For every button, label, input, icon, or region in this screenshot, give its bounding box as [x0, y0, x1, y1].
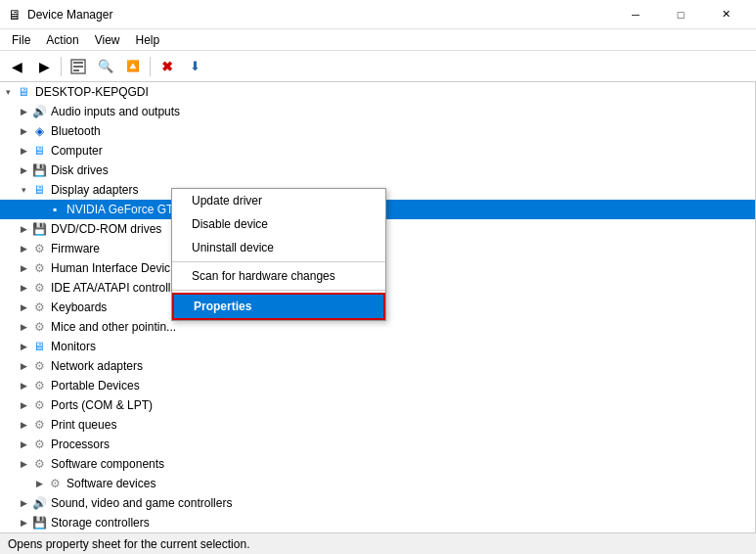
tree-arrow-network[interactable]: ▶ — [16, 356, 31, 376]
tree-item-label-storage: Storage controllers — [51, 516, 150, 530]
title-bar: 🖥 Device Manager ─ □ ✕ — [0, 0, 756, 29]
close-button[interactable]: ✕ — [703, 0, 748, 29]
tree-arrow-nvidia[interactable] — [31, 200, 47, 219]
tree-arrow-monitors[interactable]: ▶ — [16, 337, 31, 356]
tree-arrow-storage[interactable]: ▶ — [16, 513, 31, 532]
title-text: Device Manager — [27, 8, 112, 22]
tree-item-root[interactable]: ▾🖥DESKTOP-KEPQGDI — [0, 82, 755, 102]
audio-icon: 🔊 — [31, 104, 47, 119]
tree-arrow-hid[interactable]: ▶ — [16, 258, 31, 278]
minimize-button[interactable]: ─ — [613, 0, 658, 29]
status-bar: Opens property sheet for the current sel… — [0, 532, 756, 554]
tree-item-label-bluetooth: Bluetooth — [51, 124, 101, 138]
tree-item-portable[interactable]: ▶⚙Portable Devices — [0, 376, 755, 395]
tree-item-label-portable: Portable Devices — [51, 379, 140, 392]
gpu-icon: ▪ — [47, 202, 63, 217]
tree-item-label-mice: Mice and other pointin... — [51, 320, 176, 334]
toolbar-separator-2 — [150, 57, 151, 76]
tree-item-diskdrives[interactable]: ▶💾Disk drives — [0, 161, 755, 180]
disk-icon: 💾 — [31, 515, 47, 531]
tree-item-audio[interactable]: ▶🔊Audio inputs and outputs — [0, 102, 755, 121]
svg-rect-2 — [73, 66, 83, 68]
generic-icon: ⚙ — [47, 476, 63, 491]
generic-icon: ⚙ — [31, 260, 47, 276]
tree-arrow-ide[interactable]: ▶ — [16, 278, 31, 298]
tree-arrow-root[interactable]: ▾ — [0, 82, 16, 102]
audio-icon: 🔊 — [31, 495, 47, 511]
generic-icon: ⚙ — [31, 241, 47, 256]
tree-item-network[interactable]: ▶⚙Network adapters — [0, 356, 755, 376]
tree-item-label-audio: Audio inputs and outputs — [51, 105, 180, 118]
menu-file[interactable]: File — [4, 31, 38, 49]
menu-view[interactable]: View — [87, 31, 128, 49]
tree-item-printqueues[interactable]: ▶⚙Print queues — [0, 415, 755, 435]
context-menu-item-disable-device[interactable]: Disable device — [172, 212, 385, 236]
tree-item-monitors[interactable]: ▶🖥Monitors — [0, 337, 755, 356]
tree-arrow-ports[interactable]: ▶ — [16, 395, 31, 415]
tree-arrow-computer[interactable]: ▶ — [16, 141, 31, 161]
generic-icon: ⚙ — [31, 456, 47, 472]
tree-arrow-softwaredev[interactable]: ▶ — [31, 474, 47, 493]
disk-icon: 💾 — [31, 162, 47, 178]
generic-icon: ⚙ — [31, 397, 47, 413]
add-legacy-button[interactable]: ⬇ — [182, 55, 207, 78]
generic-icon: ⚙ — [31, 417, 47, 433]
tree-item-label-displayadapters: Display adapters — [51, 183, 138, 197]
generic-icon: ⚙ — [31, 280, 47, 296]
context-menu-item-update-driver[interactable]: Update driver — [172, 189, 385, 212]
tree-arrow-keyboards[interactable]: ▶ — [16, 298, 31, 317]
tree-item-computer[interactable]: ▶🖥Computer — [0, 141, 755, 161]
back-button[interactable]: ◀ — [4, 55, 29, 78]
menu-bar: File Action View Help — [0, 29, 756, 51]
maximize-button[interactable]: □ — [658, 0, 703, 29]
generic-icon: ⚙ — [31, 319, 47, 335]
context-menu-item-uninstall-device[interactable]: Uninstall device — [172, 236, 385, 259]
tree-arrow-mice[interactable]: ▶ — [16, 317, 31, 337]
tree-item-ports[interactable]: ▶⚙Ports (COM & LPT) — [0, 395, 755, 415]
uninstall-button[interactable]: ✖ — [155, 55, 180, 78]
tree-item-label-softwaredev: Software devices — [67, 477, 156, 490]
toolbar: ◀ ▶ 🔍 🔼 ✖ ⬇ — [0, 51, 756, 82]
tree-arrow-printqueues[interactable]: ▶ — [16, 415, 31, 435]
generic-icon: ⚙ — [31, 300, 47, 315]
update-driver-button[interactable]: 🔼 — [120, 55, 146, 78]
tree-arrow-sound[interactable]: ▶ — [16, 493, 31, 513]
context-menu-item-scan-hardware[interactable]: Scan for hardware changes — [172, 264, 385, 288]
app-icon: 🖥 — [8, 7, 22, 23]
tree-item-storage[interactable]: ▶💾Storage controllers — [0, 513, 755, 532]
forward-button[interactable]: ▶ — [31, 55, 57, 78]
tree-item-sound[interactable]: ▶🔊Sound, video and game controllers — [0, 493, 755, 513]
status-text: Opens property sheet for the current sel… — [8, 537, 249, 551]
tree-item-label-dvdcdrom: DVD/CD-ROM drives — [51, 222, 161, 236]
tree-arrow-firmware[interactable]: ▶ — [16, 239, 31, 258]
generic-icon: ⚙ — [31, 358, 47, 374]
tree-arrow-softwarecomp[interactable]: ▶ — [16, 454, 31, 474]
tree-arrow-diskdrives[interactable]: ▶ — [16, 161, 31, 180]
context-menu-separator — [172, 261, 385, 262]
tree-item-label-ide: IDE ATA/ATAPI controll... — [51, 281, 180, 295]
menu-help[interactable]: Help — [128, 31, 168, 49]
tree-arrow-dvdcdrom[interactable]: ▶ — [16, 219, 31, 239]
context-menu-item-properties[interactable]: Properties — [172, 293, 385, 320]
bluetooth-icon: ◈ — [31, 123, 47, 139]
monitor-icon: 🖥 — [31, 339, 47, 354]
scan-button[interactable]: 🔍 — [93, 55, 118, 78]
tree-arrow-bluetooth[interactable]: ▶ — [16, 121, 31, 141]
tree-item-label-ports: Ports (COM & LPT) — [51, 398, 153, 412]
tree-arrow-displayadapters[interactable]: ▾ — [16, 180, 31, 200]
tree-arrow-audio[interactable]: ▶ — [16, 102, 31, 121]
tree-item-bluetooth[interactable]: ▶◈Bluetooth — [0, 121, 755, 141]
tree-arrow-portable[interactable]: ▶ — [16, 376, 31, 395]
disk-icon: 💾 — [31, 221, 47, 237]
display-icon: 🖥 — [31, 182, 47, 198]
properties-button[interactable] — [66, 55, 91, 78]
tree-item-softwarecomp[interactable]: ▶⚙Software components — [0, 454, 755, 474]
tree-item-softwaredev[interactable]: ▶⚙Software devices — [0, 474, 755, 493]
context-menu: Update driverDisable deviceUninstall dev… — [171, 188, 386, 321]
computer-icon: 🖥 — [16, 84, 31, 100]
generic-icon: ⚙ — [31, 378, 47, 393]
menu-action[interactable]: Action — [38, 31, 86, 49]
tree-arrow-processors[interactable]: ▶ — [16, 435, 31, 454]
tree-item-processors[interactable]: ▶⚙Processors — [0, 435, 755, 454]
tree-item-label-softwarecomp: Software components — [51, 457, 164, 471]
